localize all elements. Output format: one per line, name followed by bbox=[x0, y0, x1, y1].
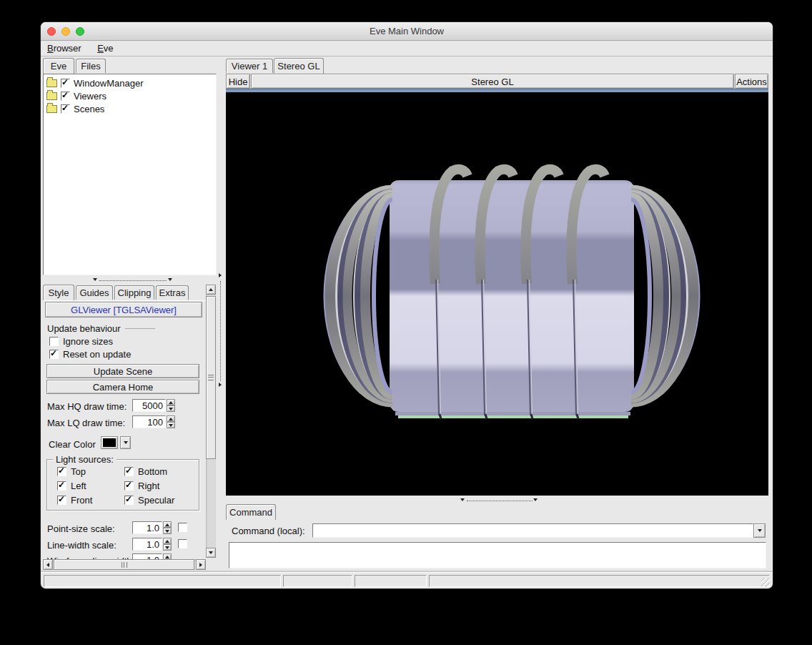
chevron-down-icon bbox=[124, 441, 128, 444]
folder-icon bbox=[46, 92, 57, 100]
spin-up-icon[interactable] bbox=[163, 538, 172, 544]
splitter-dots bbox=[220, 281, 221, 381]
scroll-left-icon[interactable] bbox=[43, 559, 53, 570]
command-output[interactable] bbox=[229, 542, 766, 568]
scroll-right-icon[interactable] bbox=[196, 559, 206, 570]
viewer-titlebar[interactable]: Stereo GL bbox=[251, 74, 734, 89]
browser-tabstrip: Eve Files bbox=[41, 58, 217, 74]
resize-grip[interactable] bbox=[761, 578, 771, 587]
actions-button[interactable]: Actions bbox=[735, 74, 768, 89]
tree-checkbox[interactable] bbox=[61, 104, 70, 114]
left-panel: Eve Files WindowManager Viewers bbox=[41, 56, 224, 572]
reset-on-update-label: Reset on update bbox=[63, 349, 131, 360]
tab-eve[interactable]: Eve bbox=[43, 58, 74, 74]
light-right-checkbox[interactable] bbox=[124, 481, 134, 491]
spin-up-icon[interactable] bbox=[163, 521, 172, 528]
status-cell bbox=[283, 575, 352, 587]
light-specular-checkbox[interactable] bbox=[124, 496, 134, 505]
ignore-sizes-row: Ignore sizes bbox=[49, 336, 113, 347]
tab-clipping[interactable]: Clipping bbox=[114, 285, 154, 300]
style-panel: GLViewer [TGLSAViewer] Update behaviour … bbox=[43, 300, 206, 560]
line-width-spinbox[interactable]: 1.0 bbox=[132, 538, 172, 551]
folder-icon bbox=[46, 105, 57, 113]
style-vertical-scrollbar[interactable] bbox=[206, 285, 216, 558]
menu-browser[interactable]: Browser bbox=[41, 41, 88, 54]
ignore-sizes-checkbox[interactable] bbox=[49, 337, 59, 346]
splitter-arrow-icon bbox=[219, 273, 222, 277]
clear-color-dropdown[interactable] bbox=[120, 436, 131, 449]
command-tabstrip: Command bbox=[224, 504, 773, 520]
light-bottom-checkbox[interactable] bbox=[124, 467, 134, 476]
style-horizontal-scrollbar[interactable] bbox=[43, 559, 206, 570]
command-combobox[interactable] bbox=[312, 523, 766, 538]
light-top-checkbox[interactable] bbox=[57, 467, 66, 476]
title-bar[interactable]: Eve Main Window bbox=[41, 22, 773, 41]
tree-item[interactable]: Scenes bbox=[46, 103, 104, 114]
eve-tree: WindowManager Viewers Scenes bbox=[43, 74, 217, 275]
camera-home-button[interactable]: Camera Home bbox=[46, 380, 199, 394]
line-width-value[interactable]: 1.0 bbox=[132, 538, 162, 551]
update-scene-button[interactable]: Update Scene bbox=[46, 364, 199, 378]
viewer-tabstrip: Viewer 1 Stereo GL bbox=[224, 58, 773, 74]
max-lq-value[interactable]: 100 bbox=[132, 415, 166, 428]
spin-up-icon[interactable] bbox=[167, 399, 175, 405]
spin-down-icon[interactable] bbox=[163, 544, 172, 551]
folder-icon bbox=[46, 79, 57, 87]
splitter-arrow-icon bbox=[533, 498, 538, 501]
light-sources-group: Light sources: Top Bottom Left Right Fro… bbox=[46, 459, 199, 511]
viewer-toolbar: Hide Stereo GL Actions bbox=[226, 74, 768, 89]
spin-up-icon[interactable] bbox=[167, 415, 175, 422]
color-swatch bbox=[103, 438, 116, 447]
scrollbar-thumb[interactable] bbox=[54, 559, 194, 570]
eve-main-window: Eve Main Window Browser Eve Eve Files Wi… bbox=[41, 22, 773, 589]
point-size-checkbox[interactable] bbox=[178, 523, 187, 532]
reset-on-update-checkbox[interactable] bbox=[49, 350, 59, 359]
scrollbar-thumb[interactable] bbox=[206, 296, 216, 459]
scroll-up-icon[interactable] bbox=[206, 285, 216, 295]
tab-stereo-gl[interactable]: Stereo GL bbox=[274, 58, 324, 74]
max-hq-spinbox[interactable]: 5000 bbox=[132, 399, 175, 412]
light-front-checkbox[interactable] bbox=[57, 496, 66, 505]
status-cell bbox=[355, 575, 427, 587]
tree-item[interactable]: WindowManager bbox=[46, 77, 144, 89]
viewport-splitter[interactable] bbox=[226, 497, 768, 503]
tab-files[interactable]: Files bbox=[76, 59, 106, 73]
tree-checkbox[interactable] bbox=[61, 92, 70, 101]
max-lq-label: Max LQ draw time: bbox=[47, 418, 125, 428]
spin-down-icon[interactable] bbox=[163, 528, 172, 534]
splitter-dots bbox=[99, 280, 167, 281]
horizontal-splitter[interactable] bbox=[43, 277, 217, 283]
command-input[interactable] bbox=[312, 523, 753, 538]
clear-color-label: Clear Color bbox=[49, 439, 96, 450]
menu-eve[interactable]: Eve bbox=[91, 41, 119, 54]
tab-style[interactable]: Style bbox=[43, 285, 74, 300]
clear-color-swatch[interactable] bbox=[101, 436, 118, 449]
right-panel: Viewer 1 Stereo GL Hide Stereo GL Action… bbox=[224, 56, 773, 572]
command-local-label: Command (local): bbox=[232, 526, 305, 536]
scroll-down-icon[interactable] bbox=[206, 548, 216, 558]
glviewer-button[interactable]: GLViewer [TGLSAViewer] bbox=[45, 302, 202, 317]
hide-button[interactable]: Hide bbox=[226, 74, 250, 89]
menu-bar: Browser Eve bbox=[41, 41, 773, 56]
spin-down-icon[interactable] bbox=[167, 405, 175, 412]
max-lq-spinbox[interactable]: 100 bbox=[132, 415, 175, 428]
tree-item[interactable]: Viewers bbox=[46, 90, 107, 102]
tree-checkbox[interactable] bbox=[61, 79, 70, 88]
line-width-checkbox[interactable] bbox=[178, 539, 187, 548]
combo-dropdown-icon[interactable] bbox=[753, 523, 766, 538]
tab-extras[interactable]: Extras bbox=[156, 285, 189, 300]
tab-guides[interactable]: Guides bbox=[76, 285, 113, 300]
desktop: Eve Main Window Browser Eve Eve Files Wi… bbox=[0, 0, 812, 645]
light-left-checkbox[interactable] bbox=[57, 481, 66, 491]
tab-command[interactable]: Command bbox=[226, 504, 276, 520]
detector-barrel-3d bbox=[226, 92, 768, 496]
window-title: Eve Main Window bbox=[41, 26, 773, 36]
spin-down-icon[interactable] bbox=[167, 422, 175, 428]
gl-viewport[interactable] bbox=[226, 92, 768, 496]
light-front-row: Front bbox=[57, 495, 92, 506]
point-size-value[interactable]: 1.0 bbox=[132, 521, 162, 534]
max-hq-value[interactable]: 5000 bbox=[132, 399, 166, 412]
point-size-spinbox[interactable]: 1.0 bbox=[132, 521, 172, 534]
tab-viewer-1[interactable]: Viewer 1 bbox=[226, 59, 273, 73]
panel-splitter[interactable] bbox=[217, 56, 224, 572]
